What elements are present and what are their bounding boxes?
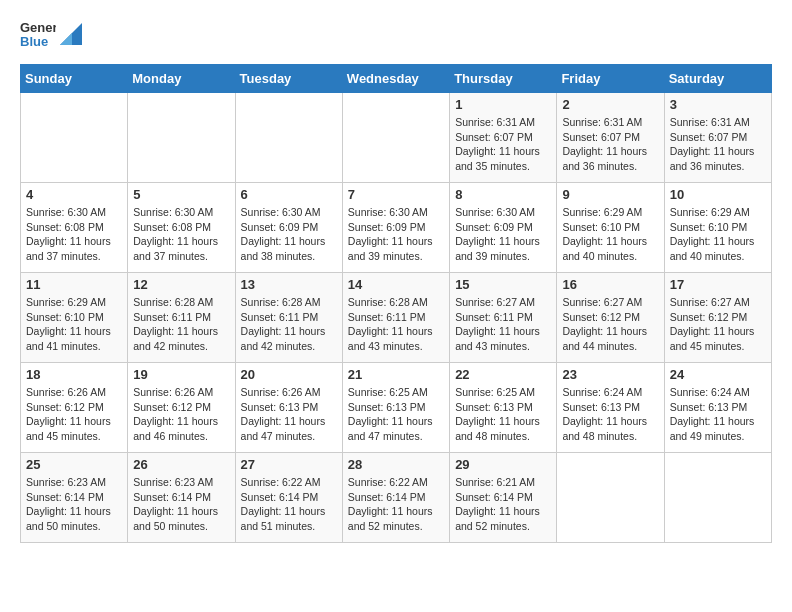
day-number: 7 xyxy=(348,187,444,202)
day-cell xyxy=(21,93,128,183)
day-number: 8 xyxy=(455,187,551,202)
day-info: Sunrise: 6:29 AM Sunset: 6:10 PM Dayligh… xyxy=(670,205,766,264)
day-info: Sunrise: 6:21 AM Sunset: 6:14 PM Dayligh… xyxy=(455,475,551,534)
day-cell: 3Sunrise: 6:31 AM Sunset: 6:07 PM Daylig… xyxy=(664,93,771,183)
day-cell: 29Sunrise: 6:21 AM Sunset: 6:14 PM Dayli… xyxy=(450,453,557,543)
week-row-3: 11Sunrise: 6:29 AM Sunset: 6:10 PM Dayli… xyxy=(21,273,772,363)
day-cell: 9Sunrise: 6:29 AM Sunset: 6:10 PM Daylig… xyxy=(557,183,664,273)
day-number: 13 xyxy=(241,277,337,292)
day-number: 16 xyxy=(562,277,658,292)
header-monday: Monday xyxy=(128,65,235,93)
day-info: Sunrise: 6:27 AM Sunset: 6:11 PM Dayligh… xyxy=(455,295,551,354)
day-number: 6 xyxy=(241,187,337,202)
day-info: Sunrise: 6:29 AM Sunset: 6:10 PM Dayligh… xyxy=(562,205,658,264)
day-cell xyxy=(342,93,449,183)
day-info: Sunrise: 6:29 AM Sunset: 6:10 PM Dayligh… xyxy=(26,295,122,354)
day-info: Sunrise: 6:26 AM Sunset: 6:13 PM Dayligh… xyxy=(241,385,337,444)
day-info: Sunrise: 6:31 AM Sunset: 6:07 PM Dayligh… xyxy=(670,115,766,174)
day-info: Sunrise: 6:25 AM Sunset: 6:13 PM Dayligh… xyxy=(348,385,444,444)
day-number: 1 xyxy=(455,97,551,112)
day-number: 10 xyxy=(670,187,766,202)
day-info: Sunrise: 6:23 AM Sunset: 6:14 PM Dayligh… xyxy=(133,475,229,534)
day-cell: 11Sunrise: 6:29 AM Sunset: 6:10 PM Dayli… xyxy=(21,273,128,363)
day-cell xyxy=(664,453,771,543)
day-cell: 4Sunrise: 6:30 AM Sunset: 6:08 PM Daylig… xyxy=(21,183,128,273)
day-number: 18 xyxy=(26,367,122,382)
day-cell: 10Sunrise: 6:29 AM Sunset: 6:10 PM Dayli… xyxy=(664,183,771,273)
day-cell: 14Sunrise: 6:28 AM Sunset: 6:11 PM Dayli… xyxy=(342,273,449,363)
day-info: Sunrise: 6:30 AM Sunset: 6:09 PM Dayligh… xyxy=(348,205,444,264)
day-cell: 12Sunrise: 6:28 AM Sunset: 6:11 PM Dayli… xyxy=(128,273,235,363)
day-number: 4 xyxy=(26,187,122,202)
day-info: Sunrise: 6:23 AM Sunset: 6:14 PM Dayligh… xyxy=(26,475,122,534)
day-number: 28 xyxy=(348,457,444,472)
day-cell: 15Sunrise: 6:27 AM Sunset: 6:11 PM Dayli… xyxy=(450,273,557,363)
logo: General Blue xyxy=(20,16,82,52)
day-info: Sunrise: 6:26 AM Sunset: 6:12 PM Dayligh… xyxy=(133,385,229,444)
day-cell xyxy=(235,93,342,183)
day-cell: 13Sunrise: 6:28 AM Sunset: 6:11 PM Dayli… xyxy=(235,273,342,363)
day-info: Sunrise: 6:31 AM Sunset: 6:07 PM Dayligh… xyxy=(455,115,551,174)
day-number: 2 xyxy=(562,97,658,112)
header-tuesday: Tuesday xyxy=(235,65,342,93)
day-number: 25 xyxy=(26,457,122,472)
day-info: Sunrise: 6:28 AM Sunset: 6:11 PM Dayligh… xyxy=(133,295,229,354)
day-info: Sunrise: 6:24 AM Sunset: 6:13 PM Dayligh… xyxy=(670,385,766,444)
day-info: Sunrise: 6:26 AM Sunset: 6:12 PM Dayligh… xyxy=(26,385,122,444)
week-row-4: 18Sunrise: 6:26 AM Sunset: 6:12 PM Dayli… xyxy=(21,363,772,453)
day-cell: 8Sunrise: 6:30 AM Sunset: 6:09 PM Daylig… xyxy=(450,183,557,273)
day-info: Sunrise: 6:30 AM Sunset: 6:09 PM Dayligh… xyxy=(455,205,551,264)
day-cell: 17Sunrise: 6:27 AM Sunset: 6:12 PM Dayli… xyxy=(664,273,771,363)
calendar-table: SundayMondayTuesdayWednesdayThursdayFrid… xyxy=(20,64,772,543)
day-number: 27 xyxy=(241,457,337,472)
day-number: 17 xyxy=(670,277,766,292)
day-number: 3 xyxy=(670,97,766,112)
day-number: 23 xyxy=(562,367,658,382)
header-saturday: Saturday xyxy=(664,65,771,93)
day-number: 12 xyxy=(133,277,229,292)
week-row-1: 1Sunrise: 6:31 AM Sunset: 6:07 PM Daylig… xyxy=(21,93,772,183)
day-info: Sunrise: 6:28 AM Sunset: 6:11 PM Dayligh… xyxy=(348,295,444,354)
day-cell: 25Sunrise: 6:23 AM Sunset: 6:14 PM Dayli… xyxy=(21,453,128,543)
day-info: Sunrise: 6:22 AM Sunset: 6:14 PM Dayligh… xyxy=(241,475,337,534)
day-info: Sunrise: 6:25 AM Sunset: 6:13 PM Dayligh… xyxy=(455,385,551,444)
day-cell: 6Sunrise: 6:30 AM Sunset: 6:09 PM Daylig… xyxy=(235,183,342,273)
day-info: Sunrise: 6:30 AM Sunset: 6:08 PM Dayligh… xyxy=(133,205,229,264)
day-cell: 5Sunrise: 6:30 AM Sunset: 6:08 PM Daylig… xyxy=(128,183,235,273)
day-number: 22 xyxy=(455,367,551,382)
header-friday: Friday xyxy=(557,65,664,93)
day-number: 14 xyxy=(348,277,444,292)
day-cell: 21Sunrise: 6:25 AM Sunset: 6:13 PM Dayli… xyxy=(342,363,449,453)
week-row-2: 4Sunrise: 6:30 AM Sunset: 6:08 PM Daylig… xyxy=(21,183,772,273)
day-number: 20 xyxy=(241,367,337,382)
day-info: Sunrise: 6:30 AM Sunset: 6:09 PM Dayligh… xyxy=(241,205,337,264)
day-info: Sunrise: 6:22 AM Sunset: 6:14 PM Dayligh… xyxy=(348,475,444,534)
day-cell: 1Sunrise: 6:31 AM Sunset: 6:07 PM Daylig… xyxy=(450,93,557,183)
day-cell: 20Sunrise: 6:26 AM Sunset: 6:13 PM Dayli… xyxy=(235,363,342,453)
day-cell: 28Sunrise: 6:22 AM Sunset: 6:14 PM Dayli… xyxy=(342,453,449,543)
day-info: Sunrise: 6:27 AM Sunset: 6:12 PM Dayligh… xyxy=(670,295,766,354)
day-cell: 26Sunrise: 6:23 AM Sunset: 6:14 PM Dayli… xyxy=(128,453,235,543)
day-cell: 22Sunrise: 6:25 AM Sunset: 6:13 PM Dayli… xyxy=(450,363,557,453)
logo-bird-icon: General Blue xyxy=(20,16,56,52)
day-cell: 16Sunrise: 6:27 AM Sunset: 6:12 PM Dayli… xyxy=(557,273,664,363)
svg-text:Blue: Blue xyxy=(20,34,48,49)
header: General Blue xyxy=(20,16,772,52)
day-cell: 27Sunrise: 6:22 AM Sunset: 6:14 PM Dayli… xyxy=(235,453,342,543)
logo-arrow-icon xyxy=(60,23,82,45)
day-number: 11 xyxy=(26,277,122,292)
day-cell: 19Sunrise: 6:26 AM Sunset: 6:12 PM Dayli… xyxy=(128,363,235,453)
day-info: Sunrise: 6:27 AM Sunset: 6:12 PM Dayligh… xyxy=(562,295,658,354)
day-number: 21 xyxy=(348,367,444,382)
header-thursday: Thursday xyxy=(450,65,557,93)
day-cell: 23Sunrise: 6:24 AM Sunset: 6:13 PM Dayli… xyxy=(557,363,664,453)
calendar-header-row: SundayMondayTuesdayWednesdayThursdayFrid… xyxy=(21,65,772,93)
day-number: 29 xyxy=(455,457,551,472)
day-info: Sunrise: 6:24 AM Sunset: 6:13 PM Dayligh… xyxy=(562,385,658,444)
day-info: Sunrise: 6:30 AM Sunset: 6:08 PM Dayligh… xyxy=(26,205,122,264)
day-info: Sunrise: 6:28 AM Sunset: 6:11 PM Dayligh… xyxy=(241,295,337,354)
day-number: 26 xyxy=(133,457,229,472)
day-number: 24 xyxy=(670,367,766,382)
header-sunday: Sunday xyxy=(21,65,128,93)
header-wednesday: Wednesday xyxy=(342,65,449,93)
